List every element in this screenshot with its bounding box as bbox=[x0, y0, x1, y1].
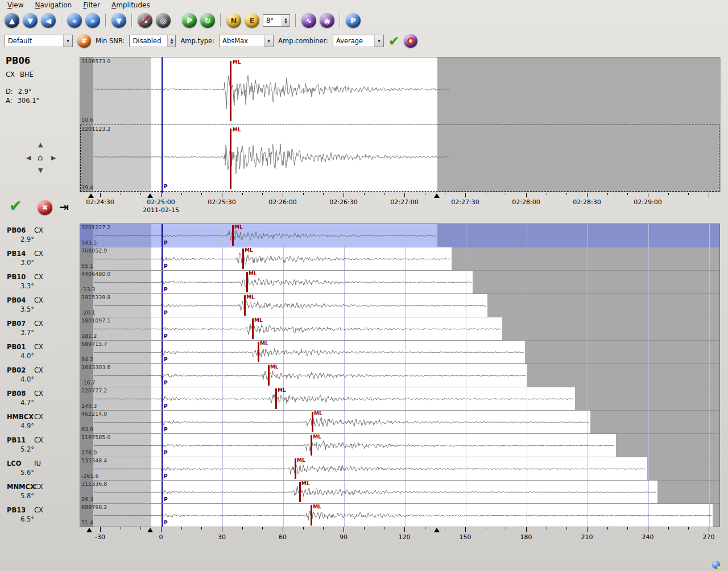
pick-amplitudes-button[interactable] bbox=[404, 34, 417, 48]
apply-amplitudes-button[interactable]: ✔ bbox=[388, 34, 399, 48]
menu-item-filter[interactable]: Filter bbox=[78, 1, 105, 10]
min-snr-spinbox[interactable]: Disabled ▲▼ bbox=[129, 35, 176, 47]
spinner-arrows-icon[interactable]: ▲▼ bbox=[282, 15, 289, 26]
trace-row-mnmcx[interactable]: PML311336.826.3 bbox=[80, 481, 719, 504]
previous-trace-button[interactable]: « bbox=[67, 13, 82, 28]
ml-marker[interactable] bbox=[268, 365, 270, 386]
trace-row-label-mnmcx[interactable]: MNMCXCX5.8° bbox=[0, 480, 80, 503]
amp-combiner-select[interactable]: Average ▾ bbox=[333, 35, 384, 47]
time-window-handle[interactable] bbox=[88, 193, 94, 198]
p-marker[interactable] bbox=[162, 271, 163, 294]
trace-row-label-pb11[interactable]: PB11CX5.2° bbox=[0, 433, 80, 457]
p-marker[interactable] bbox=[162, 434, 163, 457]
filter-profile-select[interactable]: Default ▾ bbox=[5, 35, 73, 47]
trace-row-pb04[interactable]: PML1915339.8-20.1 bbox=[80, 294, 719, 317]
trace-row-label-pb04[interactable]: PB04CX3.5° bbox=[0, 293, 80, 317]
spinner-arrows-icon[interactable]: ▲▼ bbox=[167, 35, 175, 47]
repick-amplitude-button[interactable]: ↻ bbox=[200, 13, 215, 28]
ml-marker[interactable] bbox=[230, 129, 231, 189]
scroll-left-button[interactable]: ◀ bbox=[41, 13, 56, 28]
trace-row-label-pb10[interactable]: PB10CX3.3° bbox=[0, 270, 80, 293]
toggle-filter-button[interactable]: ∿ bbox=[138, 13, 152, 28]
trace-row-label-pb14[interactable]: PB14CX3.0° bbox=[0, 247, 80, 270]
ml-marker[interactable] bbox=[299, 482, 301, 502]
p-marker[interactable] bbox=[162, 224, 163, 247]
goto-p-pick-button[interactable]: P bbox=[182, 13, 197, 28]
time-window-handle[interactable] bbox=[86, 528, 92, 532]
ml-marker[interactable] bbox=[230, 61, 231, 121]
component-e-button[interactable]: E bbox=[245, 13, 259, 28]
ml-marker[interactable] bbox=[244, 295, 246, 316]
component-n-button[interactable]: N bbox=[226, 13, 241, 28]
trace-row-pb07[interactable]: PML1801097.1181.2 bbox=[80, 317, 719, 341]
zoom-trace-1[interactable]: ML3106573.050.6 bbox=[80, 57, 721, 125]
p-marker[interactable] bbox=[162, 387, 163, 411]
reject-button[interactable]: ✖ bbox=[38, 200, 52, 215]
trace-row-label-pb13[interactable]: PB13CX6.5° bbox=[0, 503, 80, 527]
trace-row-label-pb06[interactable]: PB06CX2.9° bbox=[0, 224, 80, 247]
trace-row-hmbcx[interactable]: PML462214.063.8 bbox=[80, 411, 719, 434]
time-window-handle[interactable] bbox=[147, 528, 153, 532]
p-marker[interactable] bbox=[162, 57, 163, 193]
ml-marker[interactable] bbox=[311, 505, 312, 526]
nav-right-button[interactable]: ▶ bbox=[51, 154, 56, 162]
next-trace-button[interactable]: » bbox=[85, 13, 100, 28]
menu-item-navigation[interactable]: Navigation bbox=[30, 1, 77, 10]
ml-marker[interactable] bbox=[242, 249, 244, 269]
nav-left-button[interactable]: ◀ bbox=[26, 154, 31, 162]
trace-row-pb11[interactable]: PML1197585.0178.0 bbox=[80, 434, 719, 457]
nav-up-button[interactable]: ▲ bbox=[38, 141, 43, 148]
trace-row-label-pb02[interactable]: PB02CX4.0° bbox=[0, 363, 80, 387]
overlay-streams-button[interactable]: ◎ bbox=[156, 13, 171, 28]
p-marker[interactable] bbox=[162, 341, 163, 364]
trace-row-pb01[interactable]: PML689715.784.2 bbox=[80, 341, 719, 364]
menu-item-amplitudes[interactable]: Amplitudes bbox=[106, 1, 155, 10]
skip-button[interactable]: ⇥ bbox=[59, 200, 69, 214]
trace-row-label-pb08[interactable]: PB08CX4.7° bbox=[0, 387, 80, 410]
amp-type-select[interactable]: AbsMax ▾ bbox=[219, 35, 274, 47]
trace-row-pb08[interactable]: PML220777.2140.3 bbox=[80, 387, 719, 411]
waveform-processing-button[interactable]: ∿ bbox=[301, 13, 316, 28]
p-marker[interactable] bbox=[162, 481, 163, 504]
trace-row-label-pb07[interactable]: PB07CX3.7° bbox=[0, 317, 80, 340]
zoom-trace-2[interactable]: ML3201123.239.4 bbox=[80, 125, 721, 192]
align-on-pick-button[interactable]: ▼ bbox=[111, 13, 126, 28]
scroll-down-button[interactable]: ▼ bbox=[23, 13, 38, 28]
scroll-up-button[interactable]: ▲ bbox=[5, 13, 19, 28]
p-marker[interactable] bbox=[162, 504, 163, 527]
p-marker[interactable] bbox=[162, 411, 163, 434]
compute-magnitudes-button[interactable]: P bbox=[346, 13, 361, 28]
show-ids-button[interactable]: # bbox=[77, 34, 91, 48]
ml-marker[interactable] bbox=[311, 435, 312, 456]
trace-row-pb10[interactable]: PML4406480.0-13.3 bbox=[80, 271, 719, 294]
trace-row-pb02[interactable]: PML1643303.6-16.7 bbox=[80, 364, 719, 387]
trace-row-label-pb01[interactable]: PB01CX4.0° bbox=[0, 340, 80, 363]
ml-marker[interactable] bbox=[246, 272, 248, 292]
time-window-handle[interactable] bbox=[434, 193, 440, 198]
p-marker[interactable] bbox=[162, 317, 163, 341]
rotation-spinbox[interactable]: 8°▲▼ bbox=[263, 14, 290, 27]
time-window-handle[interactable] bbox=[147, 193, 153, 198]
p-marker[interactable] bbox=[162, 247, 163, 271]
p-marker[interactable] bbox=[162, 364, 163, 387]
ml-marker[interactable] bbox=[275, 388, 277, 409]
ml-marker[interactable] bbox=[232, 225, 234, 246]
trace-row-label-hmbcx[interactable]: HMBCXCX4.9° bbox=[0, 410, 80, 433]
ml-marker[interactable] bbox=[295, 458, 296, 479]
ml-marker[interactable] bbox=[252, 318, 254, 339]
time-window-handle[interactable] bbox=[434, 528, 440, 532]
trace-row-pb13[interactable]: PML689798.251.4 bbox=[80, 504, 719, 527]
menu-item-view[interactable]: View bbox=[2, 1, 28, 10]
ml-marker[interactable] bbox=[258, 342, 259, 362]
p-marker[interactable] bbox=[162, 457, 163, 481]
trace-row-lco[interactable]: PML535348.4-261.6 bbox=[80, 457, 719, 481]
nav-down-button[interactable]: ▼ bbox=[38, 167, 43, 174]
picker-settings-button[interactable]: ◉ bbox=[320, 13, 334, 28]
trace-row-label-lco[interactable]: LCOIU5.6° bbox=[0, 457, 80, 480]
trace-row-pb06[interactable]: PML3201227.2143.5 bbox=[80, 224, 719, 247]
ml-marker[interactable] bbox=[312, 412, 313, 432]
p-marker[interactable] bbox=[162, 294, 163, 317]
trace-row-pb14[interactable]: PML768052.955.1 bbox=[80, 247, 719, 271]
nav-home-button[interactable]: ⌂ bbox=[38, 152, 43, 163]
accept-button[interactable]: ✔ bbox=[9, 197, 22, 214]
